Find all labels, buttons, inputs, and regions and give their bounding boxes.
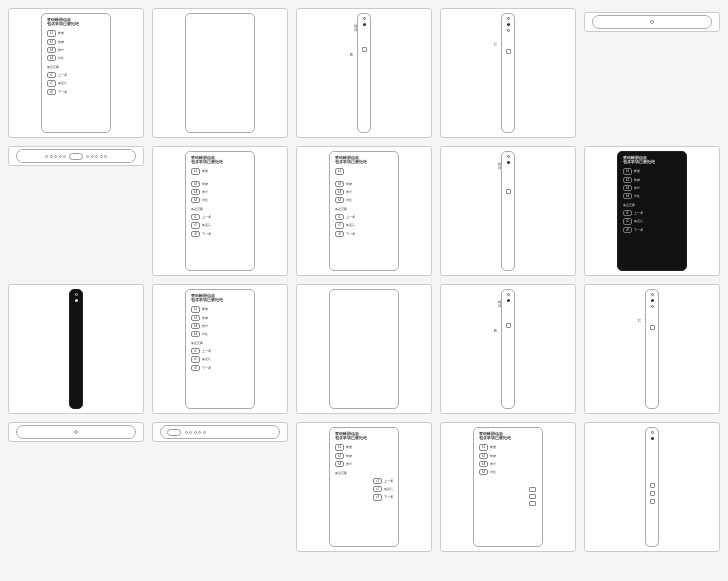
- recent-row[interactable]: r1上一项: [335, 478, 393, 484]
- menu-row[interactable]: k4设比: [479, 469, 537, 475]
- variant-2: [152, 8, 288, 138]
- menu-row[interactable]: k2数据: [191, 181, 249, 187]
- recent-row[interactable]: r3下一项: [335, 231, 393, 237]
- control-button[interactable]: [650, 499, 655, 504]
- recent-row[interactable]: r2最近访: [335, 486, 393, 492]
- menu-row[interactable]: k1帐册: [191, 168, 249, 174]
- key-pill: k3: [191, 323, 200, 329]
- menu-label: 上一项: [58, 73, 67, 77]
- recent-row[interactable]: r2最近访: [335, 222, 393, 228]
- time-label: 12:45: [498, 300, 502, 308]
- recent-row[interactable]: r3下一项: [191, 365, 249, 371]
- menu-label: 设比: [634, 194, 640, 198]
- menu-row[interactable]: k1帐册: [335, 444, 393, 450]
- recent-row[interactable]: r2最近访: [623, 218, 681, 224]
- recent-row[interactable]: r1上一项: [191, 214, 249, 220]
- menu-label: 下一项: [202, 366, 211, 370]
- menu-label: 统计: [346, 190, 352, 194]
- card-title: 查询帐册信息包含事项已被拒绝: [623, 156, 681, 164]
- menu-row[interactable]: k1帐册: [623, 168, 681, 174]
- menu-row[interactable]: k2数据: [335, 453, 393, 459]
- menu-row[interactable]: k4设比: [335, 197, 393, 203]
- dot-group: [185, 431, 206, 434]
- card-title: 查询帐册信息包含事项已被拒绝: [191, 156, 249, 164]
- menu-row[interactable]: k1: [335, 168, 393, 174]
- key-pill: r2: [191, 356, 200, 362]
- capsule-button[interactable]: [69, 153, 83, 160]
- recent-row[interactable]: r3下一项: [623, 227, 681, 233]
- side-rail: [645, 427, 659, 547]
- menu-row[interactable]: k4设比: [623, 193, 681, 199]
- menu-row[interactable]: k3统计: [191, 323, 249, 329]
- subheading: 最近更新: [335, 207, 393, 211]
- menu-row[interactable]: k1帐册: [479, 444, 537, 450]
- menu-row[interactable]: k1帐册: [191, 306, 249, 312]
- control-button[interactable]: [362, 47, 367, 52]
- menu-label: 数据: [202, 316, 208, 320]
- control-button[interactable]: [506, 189, 511, 194]
- key-pill: r3: [191, 231, 200, 237]
- menu-label: 上一项: [634, 211, 643, 215]
- menu-row[interactable]: k4设比: [47, 55, 105, 61]
- indicator-icon: [507, 161, 510, 164]
- recent-row[interactable]: r3下一项: [335, 494, 393, 500]
- menu-label: 设比: [202, 332, 208, 336]
- menu-row[interactable]: k3统计: [623, 185, 681, 191]
- menu-row[interactable]: k2数据: [191, 315, 249, 321]
- key-pill: r3: [335, 231, 344, 237]
- indicator-icon: [651, 437, 654, 440]
- key-pill: r1: [191, 214, 200, 220]
- indicator-icon: [651, 293, 654, 296]
- recent-row[interactable]: r3下一项: [47, 89, 105, 95]
- control-button[interactable]: [529, 494, 536, 499]
- menu-row[interactable]: k2数据: [47, 39, 105, 45]
- menu-row[interactable]: k2数据: [335, 181, 393, 187]
- capsule-button[interactable]: [167, 429, 181, 436]
- menu-label: 统计: [202, 324, 208, 328]
- control-button[interactable]: [650, 491, 655, 496]
- phone-card: 查询帐册信息 包含事项已被拒绝 k1帐册 k2数据 k3统计 k4设比 最近更新…: [41, 13, 111, 133]
- phone-card: 查询帐册信息包含事项已被拒绝 k1 k2数据 k3统计 k4设比 最近更新 r1…: [329, 151, 399, 271]
- recent-row[interactable]: r2最近访: [191, 222, 249, 228]
- menu-row[interactable]: k3统计: [335, 189, 393, 195]
- control-button[interactable]: [529, 487, 536, 492]
- control-button[interactable]: [529, 501, 536, 506]
- menu-row[interactable]: k3统计: [479, 461, 537, 467]
- menu-row[interactable]: k3统计: [47, 47, 105, 53]
- menu-row[interactable]: k4设比: [191, 331, 249, 337]
- variant-15: C: [584, 284, 720, 414]
- key-pill: k2: [191, 181, 200, 187]
- indicator-icon: [507, 155, 510, 158]
- recent-row[interactable]: r1上一项: [335, 214, 393, 220]
- menu-row[interactable]: k2数据: [479, 453, 537, 459]
- key-pill: k2: [191, 315, 200, 321]
- key-pill: k2: [623, 177, 632, 183]
- key-pill: k3: [623, 185, 632, 191]
- menu-row[interactable]: k2数据: [623, 177, 681, 183]
- menu-row[interactable]: k1帐册: [47, 30, 105, 36]
- key-pill: k3: [47, 47, 56, 53]
- menu-row[interactable]: k3统计: [191, 189, 249, 195]
- menu-row[interactable]: k4设比: [191, 197, 249, 203]
- menu-label: 统计: [346, 462, 352, 466]
- control-button[interactable]: [506, 49, 511, 54]
- phone-card: 查询帐册信息包含事项已被拒绝 k1帐册 k2数据 k3统计 k4设比 最近更新 …: [185, 289, 255, 409]
- card-title: 查询帐册信息包含事项已被拒绝: [479, 432, 537, 440]
- recent-row[interactable]: r2最近访: [191, 356, 249, 362]
- variant-8: 查询帐册信息包含事项已被拒绝 k1 k2数据 k3统计 k4设比 最近更新 r1…: [296, 146, 432, 276]
- side-controls: [529, 487, 536, 506]
- key-pill: r1: [373, 478, 382, 484]
- recent-row[interactable]: r1上一项: [191, 348, 249, 354]
- recent-row[interactable]: r3下一项: [191, 231, 249, 237]
- variant-11: [8, 284, 144, 414]
- variant-13: [296, 284, 432, 414]
- control-button[interactable]: [506, 323, 511, 328]
- recent-row[interactable]: r2最近访: [47, 80, 105, 86]
- indicator-icon: [75, 299, 78, 302]
- menu-row[interactable]: k3统计: [335, 461, 393, 467]
- menu-label: 下一项: [202, 232, 211, 236]
- control-button[interactable]: [650, 483, 655, 488]
- recent-row[interactable]: r1上一项: [623, 210, 681, 216]
- recent-row[interactable]: r1上一项: [47, 72, 105, 78]
- control-button[interactable]: [650, 325, 655, 330]
